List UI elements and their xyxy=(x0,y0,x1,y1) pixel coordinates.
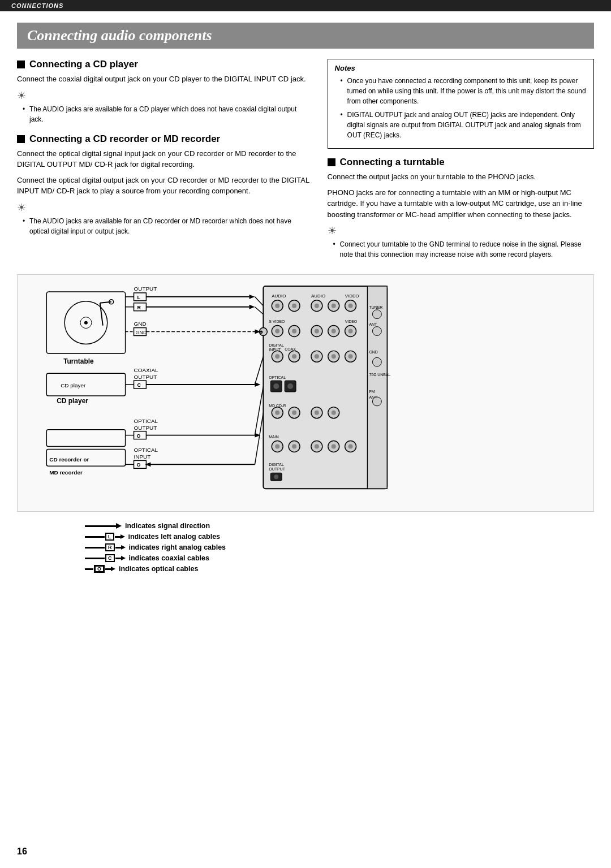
svg-point-72 xyxy=(348,329,353,334)
svg-point-93 xyxy=(275,411,279,415)
svg-point-97 xyxy=(315,411,319,415)
svg-text:O: O xyxy=(137,433,141,439)
legend-optical-icon: O xyxy=(85,565,115,573)
turntable-note-symbol: ☀ xyxy=(328,224,594,237)
svg-rect-31 xyxy=(46,430,125,447)
cd-player-bullet: The AUDIO jacks are available for a CD p… xyxy=(23,104,311,124)
svg-text:OUTPUT: OUTPUT xyxy=(134,286,157,292)
notes-bullet1: Once you have connected a recording comp… xyxy=(341,76,587,106)
svg-point-85 xyxy=(348,354,353,359)
svg-text:GND: GND xyxy=(369,350,377,354)
svg-text:CD recorder or: CD recorder or xyxy=(49,456,89,463)
top-bar: CONNECTIONS xyxy=(0,0,611,11)
page-number: 16 xyxy=(17,847,27,857)
svg-point-102 xyxy=(275,444,279,449)
svg-text:TUNER: TUNER xyxy=(369,305,382,309)
svg-point-88 xyxy=(273,383,279,389)
svg-point-58 xyxy=(332,304,336,308)
svg-point-114 xyxy=(274,474,278,479)
svg-point-76 xyxy=(275,354,279,359)
cd-recorder-heading: Connecting a CD recorder or MD recorder xyxy=(17,133,311,145)
legend-left-label: indicates left analog cables xyxy=(128,533,221,541)
diagram-area: Turntable OUTPUT L R GND GND xyxy=(17,274,594,512)
cd-recorder-note-symbol: ☀ xyxy=(17,201,311,214)
svg-text:DIGITAL: DIGITAL xyxy=(269,343,284,347)
legend-signal-icon xyxy=(85,523,122,529)
svg-text:OPTICAL: OPTICAL xyxy=(134,447,158,453)
svg-point-122 xyxy=(372,310,381,319)
svg-point-110 xyxy=(348,444,353,449)
svg-point-52 xyxy=(275,304,279,308)
turntable-text2: PHONO jacks are for connecting a turntab… xyxy=(328,187,594,221)
diagram-svg: Turntable OUTPUT L R GND GND xyxy=(23,280,588,506)
legend-right-label: indicates right analog cables xyxy=(129,543,226,551)
legend-item-left: L indicates left analog cables xyxy=(85,533,594,541)
svg-point-54 xyxy=(292,304,296,308)
two-column-layout: Connecting a CD player Connect the coaxi… xyxy=(17,59,594,269)
svg-text:S VIDEO: S VIDEO xyxy=(269,319,285,323)
legend-coaxial-icon: C xyxy=(85,554,126,562)
svg-point-123 xyxy=(372,327,381,336)
svg-marker-16 xyxy=(249,305,255,309)
svg-text:ANT: ANT xyxy=(369,322,377,326)
svg-point-99 xyxy=(332,411,336,415)
svg-text:OPTICAL: OPTICAL xyxy=(134,418,158,424)
svg-point-60 xyxy=(348,304,353,308)
legend-signal-label: indicates signal direction xyxy=(125,522,210,530)
svg-text:VIDEO: VIDEO xyxy=(345,319,358,323)
svg-text:GND: GND xyxy=(134,321,147,327)
svg-point-70 xyxy=(332,329,336,334)
svg-marker-14 xyxy=(249,295,255,299)
svg-point-79 xyxy=(292,354,296,359)
svg-text:L: L xyxy=(137,295,140,300)
svg-text:AUDIO: AUDIO xyxy=(272,293,286,299)
cd-player-heading: Connecting a CD player xyxy=(17,59,311,70)
legend-item-signal: indicates signal direction xyxy=(85,522,594,530)
svg-point-108 xyxy=(332,444,336,449)
svg-text:OUTPUT: OUTPUT xyxy=(269,467,285,471)
cd-recorder-text1: Connect the optical digital signal input… xyxy=(17,148,311,170)
legend-right-icon: R xyxy=(85,543,126,551)
legend-optical-label: indicates optical cables xyxy=(119,565,198,573)
left-column: Connecting a CD player Connect the coaxi… xyxy=(17,59,311,269)
cd-player-text: Connect the coaxial digital output jack … xyxy=(17,74,311,85)
legend-coaxial-label: indicates coaxial cables xyxy=(129,554,209,562)
svg-point-64 xyxy=(275,329,279,334)
svg-line-133 xyxy=(255,413,263,465)
svg-rect-22 xyxy=(46,373,125,396)
svg-text:R: R xyxy=(137,305,141,310)
svg-text:INPUT: INPUT xyxy=(134,454,151,460)
svg-line-4 xyxy=(100,303,103,326)
right-column: Notes Once you have connected a recordin… xyxy=(328,59,594,269)
svg-point-83 xyxy=(332,354,336,359)
turntable-text1: Connect the output jacks on your turntab… xyxy=(328,171,594,183)
notes-title: Notes xyxy=(335,64,587,72)
svg-text:C: C xyxy=(137,382,141,388)
turntable-bullet: Connect your turntable to the GND termin… xyxy=(333,239,594,260)
heading-square-icon xyxy=(17,61,25,68)
svg-text:CD player: CD player xyxy=(57,397,88,405)
svg-text:VIDEO: VIDEO xyxy=(345,293,359,299)
heading-square-icon2 xyxy=(17,135,25,143)
legend-item-right: R indicates right analog cables xyxy=(85,543,594,551)
svg-text:COAXIAL: COAXIAL xyxy=(134,367,159,373)
svg-point-90 xyxy=(287,383,293,389)
svg-line-128 xyxy=(255,297,263,306)
cd-player-section: Connecting a CD player Connect the coaxi… xyxy=(17,59,311,124)
svg-text:MAIN: MAIN xyxy=(269,435,278,439)
turntable-section: Connecting a turntable Connect the outpu… xyxy=(328,157,594,260)
svg-text:Turntable: Turntable xyxy=(63,357,94,365)
svg-point-125 xyxy=(372,397,381,406)
svg-line-131 xyxy=(255,356,263,385)
svg-point-95 xyxy=(292,411,296,415)
legend-item-coaxial: C indicates coaxial cables xyxy=(85,554,594,562)
page-title: Connecting audio components xyxy=(17,23,594,49)
content-area: Connecting audio components Connecting a… xyxy=(0,11,611,587)
svg-text:OUTPUT: OUTPUT xyxy=(134,425,157,431)
svg-point-81 xyxy=(315,354,319,359)
cd-player-note-symbol: ☀ xyxy=(17,89,311,102)
svg-text:CD player: CD player xyxy=(61,382,86,388)
svg-text:OUTPUT: OUTPUT xyxy=(134,374,157,380)
cd-recorder-bullet: The AUDIO jacks are available for an CD … xyxy=(23,216,311,236)
svg-text:75Ω UNBAL: 75Ω UNBAL xyxy=(369,373,390,377)
